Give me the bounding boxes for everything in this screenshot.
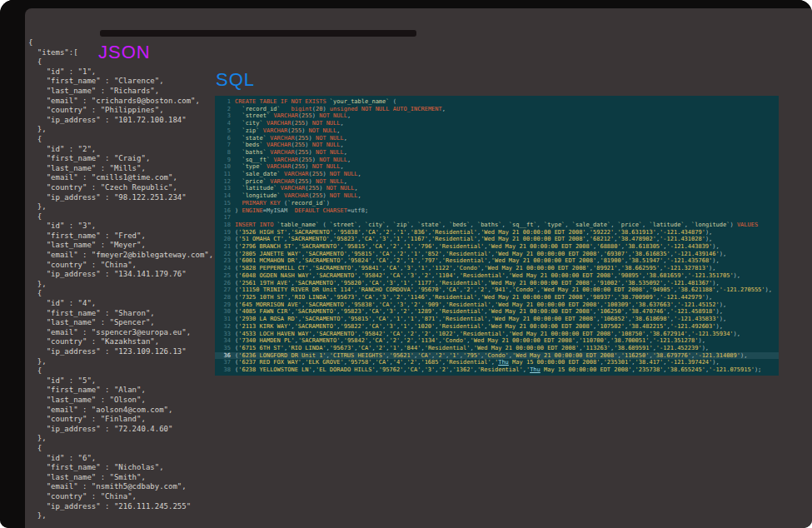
json-line: "country" : "Finland", <box>28 415 238 425</box>
json-line: }, <box>28 511 238 521</box>
json-line: "id" : "2", <box>28 145 238 155</box>
sql-line: 25('6048 OGDEN NASH WAY','SACRAMENTO','9… <box>215 272 779 280</box>
line-number: 3 <box>215 112 235 120</box>
sql-output-panel[interactable]: 1CREATE TABLE IF NOT EXISTS `your_table_… <box>215 96 779 376</box>
json-line: "first_name" : "Sharon", <box>28 309 238 319</box>
sql-line: 11 `sale_date` VARCHAR(255) NOT NULL, <box>215 171 779 178</box>
sql-line: 33('4533 LOCH HAVEN WAY','SACRAMENTO','9… <box>215 331 779 338</box>
sql-line: 26('2561 19TH AVE','SACRAMENTO','95820',… <box>215 280 779 287</box>
sql-line: 27('11150 TRINITY RIVER DR Unit 114','RA… <box>215 286 779 294</box>
json-line: "email" : "fmeyer2@biblegateway.com", <box>28 251 238 261</box>
sql-line: 16) ENGINE=MyISAM DEFAULT CHARSET=utf8; <box>215 207 779 215</box>
sql-line: 7 `beds` VARCHAR(255) NOT NULL, <box>215 142 779 149</box>
sql-line: 32('2113 KIRK WAY','SACRAMENTO','95822',… <box>215 323 779 331</box>
json-line: "ip_address" : "134.141.179.76" <box>28 270 238 280</box>
sql-line: 10 `type` VARCHAR(255) NOT NULL, <box>215 163 779 171</box>
json-line: }, <box>28 434 238 444</box>
json-line: "ip_address" : "123.109.126.13" <box>28 347 238 357</box>
sql-line: 13 `latitude` VARCHAR(255) NOT NULL, <box>215 185 779 192</box>
sql-line: 18INSERT INTO `table_name` ( `street`, `… <box>215 222 779 229</box>
line-number: 16 <box>215 207 235 215</box>
line-number: 20 <box>215 236 235 243</box>
json-line: "first_name" : "Clarence", <box>28 77 238 87</box>
line-number: 38 <box>215 366 235 374</box>
line-number: 19 <box>215 229 235 237</box>
line-number: 17 <box>215 214 235 222</box>
sql-line: 30('4085 FAWN CIR','SACRAMENTO','95823',… <box>215 308 779 316</box>
line-number: 25 <box>215 272 235 280</box>
json-line: "last_name" : "Smith", <box>28 473 238 483</box>
line-number: 24 <box>215 265 235 272</box>
line-number: 27 <box>215 286 235 294</box>
json-line: "first_name" : "Alan", <box>28 386 238 396</box>
json-line: "id" : "5", <box>28 376 238 386</box>
json-line: "id" : "6", <box>28 454 238 464</box>
sql-line: 2 `record_id` bigint(20) unsigned NOT NU… <box>215 106 779 113</box>
json-line: "last_name" : "Spencer", <box>28 318 238 328</box>
line-number: 5 <box>215 127 235 135</box>
line-number: 12 <box>215 178 235 186</box>
json-line: "first_name" : "Craig", <box>28 154 238 164</box>
sql-line: 6 `state` VARCHAR(255) NOT NULL, <box>215 135 779 142</box>
line-number: 2 <box>215 106 235 113</box>
sql-line: 19('3526 HIGH ST','SACRAMENTO','95838','… <box>215 229 779 237</box>
json-line: "ip_address" : "101.72.100.184" <box>28 116 238 126</box>
sql-line: 38('6238 YELLOWSTONE LN','EL DORADO HILL… <box>215 366 779 374</box>
json-line: { <box>28 135 238 145</box>
line-number: 7 <box>215 142 235 149</box>
line-number: 33 <box>215 331 235 338</box>
json-line: { <box>28 212 238 222</box>
sql-line: 37('6237 RED FOX WAY','ELK GROVE','95758… <box>215 359 779 366</box>
json-line: "first_name" : "Nicholas", <box>28 463 238 473</box>
sql-line: 36('6236 LONGFORD DR Unit 1','CITRUS HEI… <box>215 352 779 360</box>
json-line: { <box>28 444 238 454</box>
window-chrome-left <box>0 0 25 528</box>
sql-line: 15 PRIMARY KEY (`record_id`) <box>215 200 779 207</box>
code-workspace: { "items":[ { "id" : "1", "first_name" :… <box>25 8 812 528</box>
sql-line: 8 `baths` VARCHAR(255) NOT NULL, <box>215 149 779 157</box>
json-line: "ip_address" : "72.240.4.60" <box>28 425 238 435</box>
line-number: 31 <box>215 316 235 323</box>
json-line: "email" : "crichards0@boston.com", <box>28 97 238 107</box>
sql-line: 34('7340 HAMDEN PL','SACRAMENTO','95842'… <box>215 337 779 345</box>
json-source-panel[interactable]: { "items":[ { "id" : "1", "first_name" :… <box>28 38 238 528</box>
line-number: 21 <box>215 243 235 251</box>
sql-line: 29('645 MORRISON AVE','SACRAMENTO','9583… <box>215 301 779 309</box>
line-number: 1 <box>215 98 235 106</box>
json-line: "email" : "nsmith5@cdbaby.com", <box>28 482 238 492</box>
sql-label: SQL <box>216 69 255 91</box>
json-line: "email" : "cmills1@time.com", <box>28 173 238 183</box>
line-number: 13 <box>215 185 235 192</box>
line-number: 4 <box>215 120 235 127</box>
sql-line: 23('6001 MCMAHON DR','SACRAMENTO','95824… <box>215 257 779 265</box>
line-number: 34 <box>215 337 235 345</box>
json-line: "last_name" : "Olson", <box>28 396 238 406</box>
sql-line: 3 `street` VARCHAR(255) NOT NULL, <box>215 112 779 120</box>
line-number: 36 <box>215 352 235 360</box>
line-number: 30 <box>215 308 235 316</box>
sql-line: 1CREATE TABLE IF NOT EXISTS `your_table_… <box>215 98 779 106</box>
line-number: 8 <box>215 149 235 157</box>
line-number: 6 <box>215 135 235 142</box>
json-line: { <box>28 366 238 376</box>
json-line: "email" : "sspencer3@europa.eu", <box>28 328 238 338</box>
window-chrome-top <box>0 0 812 8</box>
line-number: 37 <box>215 359 235 366</box>
json-line: "id" : "4", <box>28 299 238 309</box>
json-line: "country" : "Kazakhstan", <box>28 337 238 347</box>
json-line: "id" : "3", <box>28 222 238 232</box>
line-number: 28 <box>215 294 235 301</box>
sql-line: 24('5828 PEPPERMILL CT','SACRAMENTO','95… <box>215 265 779 272</box>
sql-line: 21('2796 BRANCH ST','SACRAMENTO','95815'… <box>215 243 779 251</box>
json-line: "id" : "1", <box>28 67 238 77</box>
line-number: 11 <box>215 171 235 178</box>
json-line: "last_name" : "Mills", <box>28 164 238 174</box>
json-label: JSON <box>98 42 151 63</box>
sql-line: 4 `city` VARCHAR(255) NOT NULL, <box>215 120 779 127</box>
sql-line: 12 `price` VARCHAR(255) NOT NULL, <box>215 178 779 186</box>
line-number: 32 <box>215 323 235 331</box>
window-frame: { "items":[ { "id" : "1", "first_name" :… <box>0 0 812 528</box>
line-number: 29 <box>215 301 235 309</box>
json-line: "last_name" : "Richards", <box>28 87 238 97</box>
line-number: 26 <box>215 280 235 287</box>
